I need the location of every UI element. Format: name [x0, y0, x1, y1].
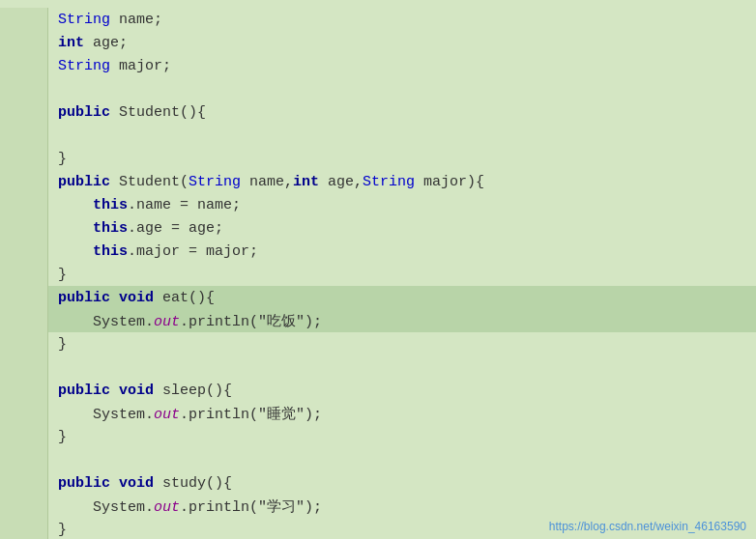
- code-line: [0, 355, 756, 379]
- line-number: [0, 286, 48, 309]
- code-line: public void study(){: [0, 471, 756, 495]
- code-line: String name;: [0, 8, 756, 31]
- line-number: [0, 309, 48, 332]
- code-line: public Student(String name,int age,Strin…: [0, 170, 756, 193]
- code-line: String major;: [0, 54, 756, 77]
- line-number: [0, 31, 48, 54]
- line-number: [0, 147, 48, 170]
- code-line: int age;: [0, 31, 756, 54]
- line-number: [0, 332, 48, 355]
- line-number: [0, 425, 48, 448]
- line-number: [0, 77, 48, 100]
- line-number: [0, 355, 48, 379]
- line-number: [0, 170, 48, 193]
- code-line: }: [0, 332, 756, 355]
- code-line: [0, 124, 756, 147]
- code-line: }: [0, 147, 756, 170]
- code-line: }: [0, 425, 756, 448]
- line-number: [0, 379, 48, 402]
- line-number: [0, 100, 48, 124]
- line-number: [0, 8, 48, 31]
- line-number: [0, 495, 48, 518]
- line-number: [0, 402, 48, 425]
- code-line: }: [0, 263, 756, 286]
- line-number: [0, 54, 48, 77]
- code-line: System.out.println("学习");: [0, 495, 756, 518]
- line-number: [0, 240, 48, 263]
- line-number: [0, 263, 48, 286]
- code-line: public Student(){: [0, 100, 756, 124]
- line-number: [0, 448, 48, 471]
- code-line: this.age = age;: [0, 216, 756, 240]
- code-line: System.out.println("吃饭");: [0, 309, 756, 332]
- line-number: [0, 193, 48, 216]
- code-line: System.out.println("睡觉");: [0, 402, 756, 425]
- line-number: [0, 124, 48, 147]
- code-line: [0, 448, 756, 471]
- code-line: public void eat(){: [0, 286, 756, 309]
- code-line: this.major = major;: [0, 240, 756, 263]
- line-number: [0, 216, 48, 240]
- line-number: [0, 471, 48, 495]
- line-number: [0, 518, 48, 539]
- code-line: [0, 77, 756, 100]
- code-editor: String name;int age;String major;public …: [0, 0, 756, 539]
- code-line: this.name = name;: [0, 193, 756, 216]
- watermark: https://blog.csdn.net/weixin_46163590: [549, 520, 746, 533]
- code-line: public void sleep(){: [0, 379, 756, 402]
